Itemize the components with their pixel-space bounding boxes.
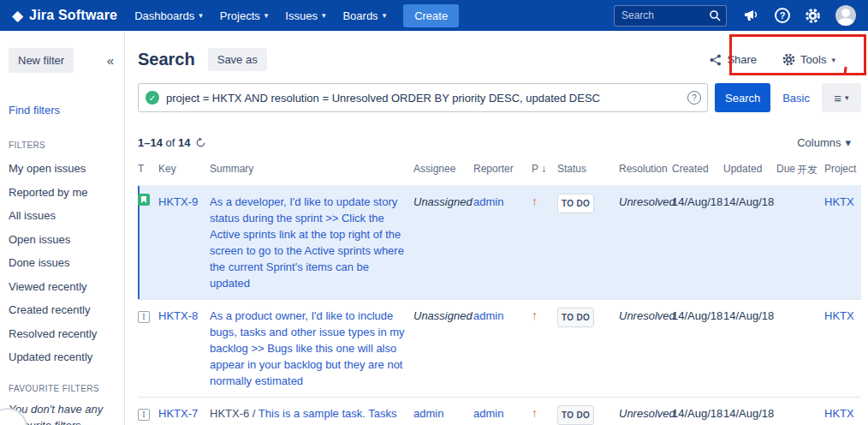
updated-date: 14/Aug/18 xyxy=(723,398,776,425)
favourite-filters-heading: FAVOURITE FILTERS xyxy=(9,384,114,393)
project-link[interactable]: HKTX xyxy=(824,195,854,208)
tools-button[interactable]: Tools ▾ xyxy=(782,53,835,66)
col-updated[interactable]: Updated xyxy=(723,163,776,177)
settings-gear-icon[interactable] xyxy=(805,8,821,24)
search-button[interactable]: Search xyxy=(715,83,770,112)
col-summary[interactable]: Summary xyxy=(210,163,413,177)
sidebar-item-resolved-recently[interactable]: Resolved recently xyxy=(9,327,114,340)
sidebar-item-updated-recently[interactable]: Updated recently xyxy=(9,350,114,363)
collapse-sidebar-icon[interactable]: « xyxy=(107,53,114,68)
jql-query-field: ✓ ? xyxy=(138,83,708,112)
due-date xyxy=(776,300,797,397)
col-assignee[interactable]: Assignee xyxy=(413,163,473,177)
chevron-down-icon: ▾ xyxy=(845,136,851,149)
nav-dashboards[interactable]: Dashboards ▾ xyxy=(134,9,203,22)
nav-boards[interactable]: Boards ▾ xyxy=(342,9,386,22)
reporter-link[interactable]: admin xyxy=(473,309,503,322)
col-due[interactable]: Due xyxy=(776,163,797,177)
chevron-down-icon: ▾ xyxy=(831,56,835,64)
table-row[interactable]: I HKTX-7 HKTX-6 / This is a sample task.… xyxy=(138,397,861,425)
col-created[interactable]: Created xyxy=(672,163,723,177)
table-header-row: T Key Summary Assignee Reporter P ↓ Stat… xyxy=(138,159,861,185)
refresh-icon[interactable] xyxy=(195,137,206,148)
col-resolution[interactable]: Resolution xyxy=(619,163,672,177)
due-date xyxy=(776,398,797,425)
create-button[interactable]: Create xyxy=(403,4,459,27)
search-main: Search Save as Share xyxy=(126,31,868,425)
find-filters-link[interactable]: Find filters xyxy=(9,104,114,117)
created-date: 14/Aug/18 xyxy=(672,398,723,425)
dev-cell xyxy=(797,398,824,425)
status-badge: TO DO xyxy=(557,194,594,213)
resolution-value: Unresolved xyxy=(619,309,675,322)
page-title: Search xyxy=(138,50,195,69)
project-link[interactable]: HKTX xyxy=(824,309,854,322)
col-dev[interactable]: 开发 xyxy=(797,163,824,177)
dev-cell xyxy=(797,186,824,299)
view-options-button[interactable]: ≡ ▾ xyxy=(822,83,861,112)
col-reporter[interactable]: Reporter xyxy=(473,163,532,177)
navbar-search xyxy=(614,5,727,27)
sidebar-item-created-recently[interactable]: Created recently xyxy=(9,303,114,316)
col-project[interactable]: Project xyxy=(824,163,861,177)
jira-logo[interactable]: ◆ Jira Software xyxy=(12,8,117,23)
nav-projects[interactable]: Projects ▾ xyxy=(220,9,269,22)
status-badge: TO DO xyxy=(557,405,594,425)
parent-issue-prefix: HKTX-6 / xyxy=(210,407,255,420)
issue-key-link[interactable]: HKTX-8 xyxy=(158,309,198,322)
sidebar-item-open-issues[interactable]: Open issues xyxy=(9,233,114,246)
project-link[interactable]: HKTX xyxy=(824,407,854,420)
table-row[interactable]: HKTX-9 As a developer, I'd like to updat… xyxy=(138,185,861,299)
reporter-link[interactable]: admin xyxy=(473,407,503,420)
priority-high-icon: ↑ xyxy=(532,406,538,420)
columns-button[interactable]: Columns ▾ xyxy=(797,136,851,149)
sidebar-item-my-open-issues[interactable]: My open issues xyxy=(9,162,114,175)
chevron-down-icon: ▾ xyxy=(199,11,203,20)
jql-help-icon[interactable]: ? xyxy=(687,91,701,105)
issue-key-link[interactable]: HKTX-7 xyxy=(158,407,198,420)
table-row[interactable]: I HKTX-8 As a product owner, I'd like to… xyxy=(138,299,861,397)
issue-summary-link[interactable]: As a developer, I'd like to update story… xyxy=(210,195,404,290)
priority-high-icon: ↑ xyxy=(532,195,538,208)
basic-mode-link[interactable]: Basic xyxy=(782,92,810,105)
feedback-megaphone-icon[interactable] xyxy=(744,9,760,22)
reporter-link[interactable]: admin xyxy=(473,195,503,208)
filters-list: My open issues Reported by me All issues… xyxy=(9,162,114,363)
help-icon[interactable]: ? xyxy=(775,8,790,23)
due-date xyxy=(776,186,797,299)
share-icon xyxy=(710,54,722,66)
created-date: 14/Aug/18 xyxy=(672,300,723,397)
assignee-link[interactable]: admin xyxy=(413,407,443,420)
col-key[interactable]: Key xyxy=(158,163,210,177)
issue-type-placeholder-icon: I xyxy=(138,311,150,323)
jira-search-page: ◆ Jira Software Dashboards ▾ Projects ▾ … xyxy=(0,0,868,425)
updated-date: 14/Aug/18 xyxy=(723,186,776,299)
filters-sidebar: New filter « Find filters FILTERS My ope… xyxy=(0,31,125,425)
chevron-down-icon: ▾ xyxy=(265,11,269,20)
sidebar-item-viewed-recently[interactable]: Viewed recently xyxy=(9,280,114,293)
search-icon xyxy=(709,9,721,21)
col-type[interactable]: T xyxy=(138,163,158,177)
sidebar-item-all-issues[interactable]: All issues xyxy=(9,209,114,222)
new-filter-button[interactable]: New filter xyxy=(9,48,74,73)
resolution-value: Unresolved xyxy=(619,195,675,208)
sidebar-item-done-issues[interactable]: Done issues xyxy=(9,256,114,269)
jql-query-input[interactable] xyxy=(138,83,708,112)
jira-logo-icon: ◆ xyxy=(12,9,23,23)
issue-key-link[interactable]: HKTX-9 xyxy=(158,195,198,208)
issue-summary-link[interactable]: As a product owner, I'd like to include … xyxy=(210,309,405,387)
col-status[interactable]: Status xyxy=(557,163,619,177)
chevron-down-icon: ▾ xyxy=(322,11,326,20)
jql-valid-check-icon: ✓ xyxy=(146,91,159,105)
created-date: 14/Aug/18 xyxy=(672,186,723,299)
chevron-down-icon: ▾ xyxy=(383,11,387,20)
nav-issues[interactable]: Issues ▾ xyxy=(285,9,325,22)
dev-cell xyxy=(797,300,824,397)
share-button[interactable]: Share xyxy=(710,53,757,66)
save-as-button[interactable]: Save as xyxy=(208,48,267,71)
user-avatar[interactable] xyxy=(835,5,856,26)
issue-type-placeholder-icon: I xyxy=(138,409,150,421)
updated-date: 14/Aug/18 xyxy=(723,300,776,397)
col-priority[interactable]: P ↓ xyxy=(532,163,557,177)
sidebar-item-reported-by-me[interactable]: Reported by me xyxy=(9,186,114,199)
